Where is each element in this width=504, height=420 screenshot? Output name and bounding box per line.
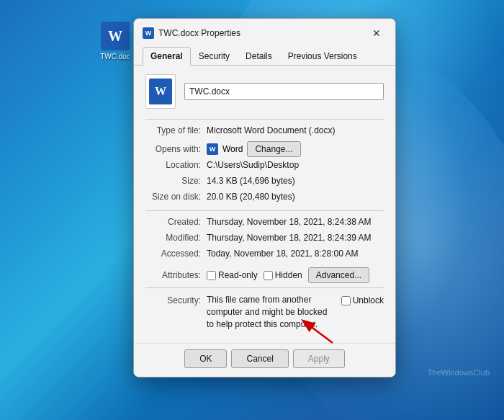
hidden-group: Hidden: [264, 270, 302, 280]
ok-button[interactable]: OK: [184, 349, 227, 368]
readonly-group: Read-only: [207, 270, 258, 280]
tab-bar: General Security Details Previous Versio…: [134, 42, 395, 66]
accessed-label: Accessed:: [145, 249, 207, 262]
dialog-title: TWC.docx Properties: [158, 28, 240, 38]
attributes-label: Attributes:: [145, 270, 207, 280]
properties-dialog: W TWC.docx Properties ✕ General Security…: [133, 18, 396, 377]
dialog-word-icon: W: [143, 27, 154, 39]
size-disk-row: Size on disk: 20.0 KB (20,480 bytes): [145, 192, 384, 205]
security-content: This file came from another computer and…: [207, 294, 384, 330]
security-text: This file came from another computer and…: [207, 294, 337, 330]
dialog-footer: OK Cancel Apply: [134, 343, 395, 377]
file-icon-word: W: [149, 79, 172, 104]
dialog-titlebar: W TWC.docx Properties ✕: [134, 19, 395, 42]
modified-label: Modified:: [145, 233, 207, 246]
info-section: Type of file: Microsoft Word Document (.…: [145, 119, 384, 205]
location-row: Location: C:\Users\Sudip\Desktop: [145, 160, 384, 173]
created-label: Created:: [145, 217, 207, 230]
change-button[interactable]: Change...: [247, 141, 300, 157]
attributes-row: Attributes: Read-only Hidden Advanced...: [145, 267, 384, 283]
unblock-label: Unblock: [353, 295, 384, 305]
tab-details[interactable]: Details: [238, 47, 280, 66]
modified-value: Thursday, November 18, 2021, 8:24:39 AM: [207, 233, 384, 246]
opens-label: Opens with:: [145, 144, 207, 154]
unblock-group: Unblock: [341, 294, 384, 305]
type-label: Type of file:: [145, 125, 207, 138]
dialog-icon-letter: W: [145, 30, 152, 37]
unblock-checkbox[interactable]: [341, 296, 351, 305]
opens-with-app: Word: [222, 144, 243, 154]
tab-general[interactable]: General: [143, 47, 191, 66]
size-disk-value: 20.0 KB (20,480 bytes): [207, 192, 384, 205]
size-row: Size: 14.3 KB (14,696 bytes): [145, 176, 384, 189]
file-header: W: [145, 74, 384, 109]
hidden-label: Hidden: [275, 270, 302, 280]
cancel-button[interactable]: Cancel: [231, 349, 288, 368]
modified-row: Modified: Thursday, November 18, 2021, 8…: [145, 233, 384, 246]
accessed-value: Today, November 18, 2021, 8:28:00 AM: [207, 249, 384, 262]
created-value: Thursday, November 18, 2021, 8:24:38 AM: [207, 217, 384, 230]
hidden-checkbox[interactable]: [264, 271, 273, 280]
file-icon-large: W: [145, 74, 176, 109]
opens-with-icon: W: [207, 143, 218, 155]
apply-button[interactable]: Apply: [293, 349, 345, 368]
opens-with-row: Opens with: W Word Change...: [145, 141, 384, 157]
location-label: Location:: [145, 160, 207, 173]
security-label: Security:: [145, 294, 207, 305]
dates-section: Created: Thursday, November 18, 2021, 8:…: [145, 210, 384, 262]
tab-security[interactable]: Security: [191, 47, 238, 66]
dialog-overlay: W TWC.docx Properties ✕ General Security…: [0, 0, 504, 420]
size-label: Size:: [145, 176, 207, 189]
security-row: Security: This file came from another co…: [145, 287, 384, 330]
type-value: Microsoft Word Document (.docx): [207, 125, 384, 138]
dialog-content: W Type of file: Microsoft Word Document …: [134, 66, 395, 343]
word-letter: W: [108, 28, 122, 45]
close-button[interactable]: ✕: [366, 26, 387, 40]
location-value: C:\Users\Sudip\Desktop: [207, 160, 384, 173]
size-disk-label: Size on disk:: [145, 192, 207, 205]
tab-previous-versions[interactable]: Previous Versions: [280, 47, 365, 66]
advanced-button[interactable]: Advanced...: [308, 267, 369, 283]
readonly-checkbox[interactable]: [207, 271, 216, 280]
type-row: Type of file: Microsoft Word Document (.…: [145, 125, 384, 138]
file-name-input[interactable]: [184, 83, 384, 100]
accessed-row: Accessed: Today, November 18, 2021, 8:28…: [145, 249, 384, 262]
opens-value: W Word Change...: [207, 141, 384, 157]
created-row: Created: Thursday, November 18, 2021, 8:…: [145, 217, 384, 230]
size-value: 14.3 KB (14,696 bytes): [207, 176, 384, 189]
readonly-label: Read-only: [218, 270, 258, 280]
title-left: W TWC.docx Properties: [143, 27, 240, 39]
attributes-controls: Read-only Hidden Advanced...: [207, 267, 384, 283]
